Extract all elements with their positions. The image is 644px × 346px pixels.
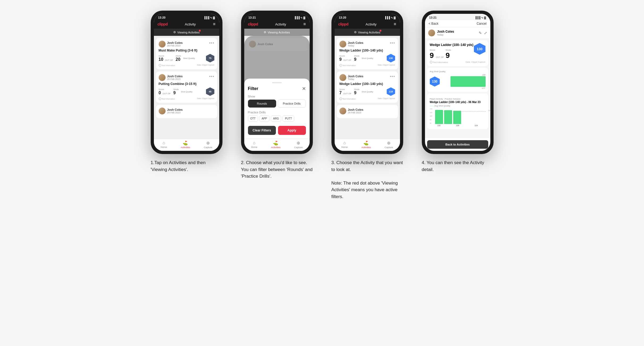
bottom-nav-activities-2[interactable]: ⛳ Activities [271,140,281,149]
back-to-activities-btn-4[interactable]: Back to Activities [427,140,488,149]
activity-card-3-1[interactable]: Josh Coles Today ••• Wedge Ladder (100–1… [337,38,398,69]
bottom-nav-home-1[interactable]: ⌂ Home [161,140,167,149]
activity-card-1-3: Josh Coles 28 Feb 2023 [156,105,217,118]
user-date-3-1: Today [348,44,364,47]
drill-arg-2[interactable]: ARG [271,116,281,122]
drill-putt-2[interactable]: PUTT [283,116,294,122]
user-name-1-1: Josh Coles [167,41,183,44]
status-time-4: 13:21 [429,16,437,19]
activity-card-1-2[interactable]: Josh Coles 28 Feb 2023 ••• Putting Combi… [156,71,217,103]
avatar-3-3 [339,108,346,114]
viewing-activities-bar-1[interactable]: ⚙ Viewing Activities [154,29,219,36]
phone-section-3: 13:20 ▐▐▐ ∿ ▓ clippd Activity ≡ ⚙ View [327,11,407,200]
detail-content-4: Wedge Ladder (100–140 yds) Score 9 OUT O… [425,39,490,138]
wifi-icon-2: ∿ [300,16,302,19]
bottom-nav-activities-1[interactable]: ⛳ Activities [181,140,190,149]
signal-icon-3: ▐▐▐ [384,16,390,19]
home-icon-3: ⌂ [343,140,346,145]
detail-info-icon-4: i [430,61,432,63]
menu-icon-2[interactable]: ≡ [303,22,306,27]
more-icon-1-1[interactable]: ••• [209,41,214,45]
score-value-1-1: 10 [159,57,163,62]
bottom-nav-2: ⌂ Home ⛳ Activities ⊕ Capture [244,139,310,151]
filter-header-2: Filter ✕ [248,86,306,92]
home-label-2: Home [251,146,257,148]
filter-handle-2 [272,82,282,83]
bottom-nav-capture-2[interactable]: ⊕ Capture [294,140,303,149]
bottom-nav-home-2[interactable]: ⌂ Home [251,140,257,149]
activity-card-1-1[interactable]: Josh Coles 28 Feb 2023 ••• Must Make Put… [156,38,217,69]
drill-app-2[interactable]: APP [259,116,270,122]
activities-icon-3: ⛳ [363,140,369,146]
card-header-3-3: Josh Coles 28 Feb 2023 [339,108,395,114]
bottom-nav-home-3[interactable]: ⌂ Home [341,140,348,149]
battery-icon-1: ▓ [213,16,215,19]
bar-label-2: 124 [467,125,486,126]
signal-icon-1: ▐▐▐ [204,16,209,19]
card-footer-1-1: i Test Information Data: Clippd Capture [159,64,214,67]
activity-card-3-2[interactable]: Josh Coles Today ••• Wedge Ladder (100–1… [337,71,398,103]
menu-icon-1[interactable]: ≡ [213,22,215,27]
bottom-nav-capture-3[interactable]: ⊕ Capture [385,140,393,149]
shots-label-1-2: Shots [173,88,179,91]
user-info-1-1: Josh Coles 28 Feb 2023 [159,41,183,48]
bar-2 [453,111,461,124]
out-of-3-2: OUT OF [343,92,351,95]
detail-score-label-4: Score [430,49,445,51]
clear-filters-btn-2[interactable]: Clear Filters [248,126,276,135]
activities-label-1: Activities [181,146,190,149]
out-of-3-1: OUT OF [343,59,351,61]
shots-value-1-2: 9 [173,91,176,95]
session-label-4: Player Activity · Practice Session [430,98,486,100]
signal-icon-4: ▐▐▐ [475,16,480,19]
phone-screen-4: 13:21 ▐▐▐ ∿ ▓ < Back Cancel [425,14,490,151]
caption-3: 3. Choose the Activity that you want to … [331,159,403,200]
footer-right-1-2: Data: Clippd Capture [197,97,214,100]
status-icons-1: ▐▐▐ ∿ ▓ [204,16,215,19]
drill-ott-2[interactable]: OTT [248,116,258,122]
home-icon-2: ⌂ [253,140,255,145]
cancel-button-4[interactable]: Cancel [477,22,486,25]
filter-overlay-2: Filter ✕ Show Rounds Practice Drills Pra… [244,36,310,139]
activities-label-3: Activities [361,146,371,149]
user-name-1-2: Josh Coles [167,75,183,78]
menu-icon-3[interactable]: ≡ [394,22,396,27]
bar-labels-4: 132129124 [430,125,486,126]
edit-icon-4[interactable]: ✎ [479,31,482,35]
close-icon-2[interactable]: ✕ [302,86,306,92]
detail-user-date-4: Today [437,33,454,36]
bottom-nav-activities-3[interactable]: ⛳ Activities [361,140,371,149]
shots-label-3-1: Shots [354,55,359,57]
drill-options-2: OTT APP ARG PUTT [248,116,306,122]
wifi-icon-3: ∿ [391,16,393,19]
footer-left-3-1: i Test Information [339,64,356,67]
score-label-3-2: Score [339,88,352,91]
detail-quality-hex-4: 130 [474,43,486,55]
more-icon-3-2[interactable]: ••• [390,74,395,79]
bottom-nav-capture-1[interactable]: ⊕ Capture [204,140,212,149]
apply-btn-2[interactable]: Apply [278,126,306,135]
user-name-1-3: Josh Coles [167,108,183,111]
activities-icon-2: ⛳ [273,140,278,146]
more-icon-3-1[interactable]: ••• [390,41,395,45]
back-button-4[interactable]: < Back [429,22,439,25]
stats-row-1-2: Score 0 OUT OF Shots 9 Shot Quality [159,87,214,96]
user-date-3-3: 28 Feb 2023 [348,111,364,114]
info-icon-1-1: i [159,64,161,67]
phone-frame-3: 13:20 ▐▐▐ ∿ ▓ clippd Activity ≡ ⚙ View [331,11,403,154]
capture-label-1: Capture [204,146,212,149]
avatar-4 [428,29,435,36]
more-icon-1-2[interactable]: ••• [209,74,214,79]
rounds-btn-2[interactable]: Rounds [248,100,276,108]
user-name-3-1: Josh Coles [348,41,364,44]
detail-score-card-4: Wedge Ladder (100–140 yds) Score 9 OUT O… [427,40,488,66]
viewing-activities-bar-3[interactable]: ⚙ Viewing Activities [335,29,400,36]
quality-label-1-1: Shot Quality [183,57,195,59]
phone-frame-2: 13:21 ▐▐▐ ∿ ▓ clippd Activity ≡ ⚙ View [241,11,313,154]
shots-value-3-1: 9 [354,57,356,62]
shots-value-1-1: 20 [176,57,180,62]
practice-btn-2[interactable]: Practice Drills [278,100,306,108]
activities-label-2: Activities [271,146,281,149]
expand-icon-4[interactable]: ⤢ [484,31,487,35]
activity-title-1-2: Putting Combine (3-15 ft) [159,82,214,86]
